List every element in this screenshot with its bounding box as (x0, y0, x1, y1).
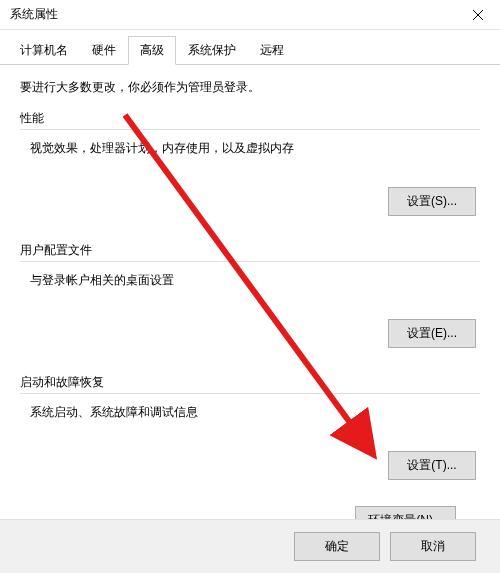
tab-computer-name[interactable]: 计算机名 (8, 36, 80, 64)
section-startup-recovery: 启动和故障恢复 系统启动、系统故障和调试信息 设置(T)... (20, 374, 480, 490)
startup-recovery-settings-button[interactable]: 设置(T)... (388, 451, 476, 480)
close-icon (473, 10, 483, 20)
tab-advanced[interactable]: 高级 (128, 36, 176, 65)
section-title-startup-recovery: 启动和故障恢复 (20, 374, 480, 391)
cancel-button[interactable]: 取消 (390, 532, 476, 561)
tab-content-advanced: 要进行大多数更改，你必须作为管理员登录。 性能 视觉效果，处理器计划，内存使用，… (0, 65, 500, 545)
section-performance: 性能 视觉效果，处理器计划，内存使用，以及虚拟内存 设置(S)... (20, 110, 480, 226)
performance-desc: 视觉效果，处理器计划，内存使用，以及虚拟内存 (30, 140, 476, 157)
tab-remote[interactable]: 远程 (248, 36, 296, 64)
dialog-button-bar: 确定 取消 (0, 519, 500, 573)
user-profiles-settings-button[interactable]: 设置(E)... (388, 319, 476, 348)
titlebar: 系统属性 (0, 0, 500, 30)
close-button[interactable] (455, 0, 500, 30)
tab-bar: 计算机名 硬件 高级 系统保护 远程 (0, 30, 500, 65)
user-profiles-desc: 与登录帐户相关的桌面设置 (30, 272, 476, 289)
admin-note: 要进行大多数更改，你必须作为管理员登录。 (20, 79, 480, 96)
tab-hardware[interactable]: 硬件 (80, 36, 128, 64)
performance-settings-button[interactable]: 设置(S)... (388, 187, 476, 216)
section-user-profiles: 用户配置文件 与登录帐户相关的桌面设置 设置(E)... (20, 242, 480, 358)
startup-recovery-desc: 系统启动、系统故障和调试信息 (30, 404, 476, 421)
tab-system-protection[interactable]: 系统保护 (176, 36, 248, 64)
section-title-user-profiles: 用户配置文件 (20, 242, 480, 259)
section-title-performance: 性能 (20, 110, 480, 127)
ok-button[interactable]: 确定 (294, 532, 380, 561)
window-title: 系统属性 (10, 6, 58, 23)
